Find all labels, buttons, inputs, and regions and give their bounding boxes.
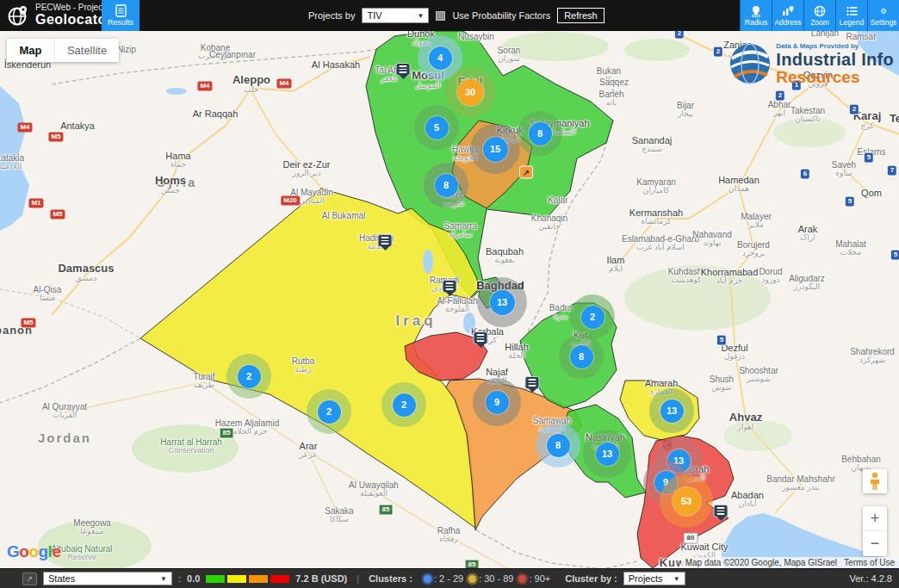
industrial-info-logo: Data & Maps Provided by Industrial Info … [728,41,894,86]
country-border [0,289,140,338]
states-select-value: States [48,573,75,584]
google-logo: Google [7,542,60,561]
cluster-count: 5 [425,116,449,139]
states-select[interactable]: States ▼ [43,572,172,585]
cluster-bubble[interactable]: 9 [473,378,521,426]
cluster-count: 30 [457,79,484,106]
cluster-bubble[interactable]: 2 [226,354,271,399]
cluster-bubble[interactable]: 13 [477,277,527,327]
version-label: Ver.: 4.2.8 [849,573,892,584]
settings-button-label: Settings [871,18,897,27]
app-window: PECWeb - Project Geolocator Results Proj… [0,0,899,588]
cluster-count: 2 [393,393,416,417]
map-attribution: Map data ©2020 Google, Mapa GISrael Term… [681,557,899,568]
cluster-bubble[interactable]: 8 [536,423,580,467]
arrow-marker[interactable]: ↗ [519,166,533,179]
iir-tagline: Data & Maps Provided by [776,43,894,50]
cluster-bubble[interactable]: 2 [570,294,615,339]
cluster-by-label: Cluster by : [565,573,617,584]
pegman-icon [869,472,881,491]
road-line [845,124,873,196]
country-border [476,530,637,568]
lake-razzaza [463,313,475,333]
cluster-range-label: : 90+ [529,573,550,584]
radius-pin-icon [751,5,761,17]
cluster-legend: : 2 - 29: 30 - 89: 90+ [418,573,550,584]
legend-button[interactable]: Legend [835,0,867,31]
cluster-bubble[interactable]: 13 [583,430,631,478]
scale-swatch [227,575,246,583]
park-patch [773,118,846,147]
settings-button[interactable]: ⚙ Settings [867,0,899,31]
footer-separator: | [353,573,363,584]
chevron-down-icon: ▼ [160,575,167,583]
terms-of-use-link[interactable]: Terms of Use [844,558,895,567]
lake-assad [166,88,187,95]
zoom-button-label: Zoom [810,18,829,27]
cluster-bubble[interactable]: 8 [424,163,468,207]
cluster-bubble[interactable]: 8 [559,334,604,379]
value-scale-swatches [206,575,289,583]
cluster-bubble[interactable]: 13 [649,388,694,433]
cluster-count: 8 [547,434,570,457]
plant-marker[interactable] [378,234,393,247]
cluster-bubble[interactable]: 53 [660,474,713,528]
scale-min-label: 0.0 [187,573,200,584]
radius-button-label: Radius [745,18,767,27]
plant-marker[interactable] [525,376,540,389]
map-tab[interactable]: Map [7,39,54,62]
scale-swatch [249,575,268,583]
refresh-button[interactable]: Refresh [557,8,604,23]
zoom-in-button[interactable]: + [863,506,887,531]
cluster-by-value: Projects [629,573,663,584]
projects-by-value: TIV [367,10,381,21]
cluster-count: 13 [596,443,619,466]
cluster-bubble[interactable]: 5 [414,105,459,150]
cluster-bubble[interactable]: 2 [381,382,426,427]
cluster-count: 53 [673,487,701,516]
plant-marker[interactable] [474,331,488,344]
cluster-by-select[interactable]: Projects ▼ [623,572,685,585]
cluster-bubble[interactable]: 2 [307,389,351,434]
chevron-down-icon: ▼ [673,575,680,583]
zoom-out-button[interactable]: − [863,531,887,556]
panel-toggle-button[interactable]: ↗ [22,573,37,585]
zoom-button[interactable]: Zoom [803,0,835,31]
cluster-count: 13 [660,399,684,423]
iir-globe-icon [728,41,772,86]
cluster-size-icon [518,575,526,583]
radius-button[interactable]: Radius [740,0,772,31]
cluster-size-icon [424,575,431,583]
cluster-count: 8 [570,345,593,368]
satellite-tab[interactable]: Satellite [54,39,119,62]
cluster-count: 13 [490,290,515,315]
legend-button-label: Legend [840,18,864,27]
cluster-bubble[interactable]: 15 [470,124,520,174]
cluster-bubble[interactable]: 30 [445,67,495,117]
cluster-count: 15 [483,137,508,162]
road-line [251,57,370,91]
cluster-count: 2 [318,400,341,424]
iir-name-line2: Resources [776,69,894,85]
status-bar: ↗ States ▼ : 0.0 7.2 B (USD) | Clusters … [0,568,899,588]
address-button[interactable]: Address [772,0,803,31]
pegman-control[interactable] [863,469,887,493]
plant-marker[interactable] [714,504,728,517]
lake-tharthar [423,250,433,274]
cluster-count: 4 [429,46,452,70]
plant-marker[interactable] [396,63,411,76]
mediterranean-sea [0,86,29,231]
plant-marker[interactable] [443,280,457,293]
map-canvas[interactable]: SyriaIraqJordanbanonKuwaitAleppoحلبAntak… [0,31,899,568]
results-button[interactable]: Results [102,0,140,31]
zoom-control: + − [863,506,887,556]
map-type-control: Map Satellite [7,39,119,62]
projects-by-select[interactable]: TIV ▼ [362,8,429,23]
cluster-count: 8 [435,174,458,197]
scale-max-label: 7.2 B (USD) [295,573,347,584]
gear-icon: ⚙ [880,5,887,17]
address-button-label: Address [774,18,801,27]
park-patch [624,265,771,331]
probability-checkbox[interactable] [436,11,445,21]
cluster-bubble[interactable]: 8 [518,111,562,156]
